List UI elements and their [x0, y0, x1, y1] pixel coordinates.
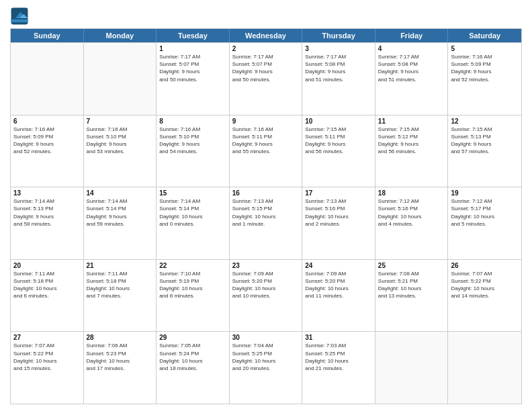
cell-info: Sunrise: 7:14 AM Sunset: 5:13 PM Dayligh…	[13, 197, 81, 228]
day-number: 12	[451, 118, 519, 125]
logo-icon	[10, 7, 29, 26]
day-number: 23	[232, 262, 300, 269]
day-number: 22	[159, 262, 226, 269]
day-number: 6	[13, 118, 81, 125]
cell-info: Sunrise: 7:07 AM Sunset: 5:22 PM Dayligh…	[451, 270, 519, 300]
cell-info: Sunrise: 7:09 AM Sunset: 5:20 PM Dayligh…	[232, 270, 300, 300]
svg-rect-3	[11, 19, 28, 23]
cell-info: Sunrise: 7:15 AM Sunset: 5:12 PM Dayligh…	[378, 126, 445, 156]
logo	[10, 7, 32, 26]
calendar-cell: 29Sunrise: 7:05 AM Sunset: 5:24 PM Dayli…	[157, 332, 230, 404]
day-number: 30	[232, 334, 300, 341]
calendar-cell: 1Sunrise: 7:17 AM Sunset: 5:07 PM Daylig…	[157, 43, 230, 115]
header-day-thursday: Thursday	[302, 29, 375, 42]
day-number: 20	[13, 262, 81, 269]
day-number: 7	[87, 118, 154, 125]
cell-info: Sunrise: 7:10 AM Sunset: 5:19 PM Dayligh…	[159, 270, 226, 300]
cell-info: Sunrise: 7:17 AM Sunset: 5:08 PM Dayligh…	[378, 53, 445, 83]
day-number: 25	[378, 262, 445, 269]
day-number: 2	[232, 45, 300, 52]
day-number: 10	[305, 118, 372, 125]
day-number: 16	[232, 189, 300, 197]
calendar-cell: 17Sunrise: 7:13 AM Sunset: 5:16 PM Dayli…	[302, 187, 375, 259]
calendar-cell: 20Sunrise: 7:11 AM Sunset: 5:18 PM Dayli…	[11, 260, 84, 332]
calendar-cell: 11Sunrise: 7:15 AM Sunset: 5:12 PM Dayli…	[375, 116, 449, 187]
cell-info: Sunrise: 7:15 AM Sunset: 5:11 PM Dayligh…	[305, 126, 372, 156]
day-number: 3	[305, 45, 372, 52]
day-number: 28	[87, 334, 154, 341]
calendar-cell: 31Sunrise: 7:03 AM Sunset: 5:25 PM Dayli…	[302, 332, 375, 404]
calendar-cell: 6Sunrise: 7:16 AM Sunset: 5:09 PM Daylig…	[11, 116, 84, 187]
day-number: 19	[451, 189, 519, 197]
calendar-row-1: 6Sunrise: 7:16 AM Sunset: 5:09 PM Daylig…	[11, 115, 521, 187]
header-day-saturday: Saturday	[448, 29, 521, 42]
day-number: 18	[378, 189, 445, 197]
cell-info: Sunrise: 7:08 AM Sunset: 5:21 PM Dayligh…	[378, 270, 445, 300]
day-number: 8	[159, 118, 226, 125]
calendar-cell	[375, 332, 449, 404]
cell-info: Sunrise: 7:17 AM Sunset: 5:07 PM Dayligh…	[232, 53, 300, 83]
calendar-cell: 30Sunrise: 7:04 AM Sunset: 5:25 PM Dayli…	[230, 332, 303, 404]
cell-info: Sunrise: 7:16 AM Sunset: 5:11 PM Dayligh…	[232, 126, 300, 156]
cell-info: Sunrise: 7:11 AM Sunset: 5:18 PM Dayligh…	[13, 270, 81, 300]
calendar-row-0: 1Sunrise: 7:17 AM Sunset: 5:07 PM Daylig…	[11, 42, 521, 115]
cell-info: Sunrise: 7:09 AM Sunset: 5:20 PM Dayligh…	[305, 270, 372, 300]
day-number: 11	[378, 118, 445, 125]
header-day-sunday: Sunday	[11, 29, 84, 42]
cell-info: Sunrise: 7:11 AM Sunset: 5:18 PM Dayligh…	[87, 270, 154, 300]
header-day-friday: Friday	[375, 29, 449, 42]
calendar-cell: 23Sunrise: 7:09 AM Sunset: 5:20 PM Dayli…	[230, 260, 303, 332]
calendar-cell	[448, 332, 521, 404]
calendar-cell: 18Sunrise: 7:12 AM Sunset: 5:16 PM Dayli…	[375, 187, 449, 259]
calendar-cell: 7Sunrise: 7:16 AM Sunset: 5:10 PM Daylig…	[84, 116, 157, 187]
calendar-cell: 13Sunrise: 7:14 AM Sunset: 5:13 PM Dayli…	[11, 187, 84, 259]
cell-info: Sunrise: 7:12 AM Sunset: 5:17 PM Dayligh…	[451, 197, 519, 228]
day-number: 29	[159, 334, 226, 341]
calendar-row-4: 27Sunrise: 7:07 AM Sunset: 5:22 PM Dayli…	[11, 331, 521, 404]
calendar-cell: 28Sunrise: 7:06 AM Sunset: 5:23 PM Dayli…	[84, 332, 157, 404]
header-day-tuesday: Tuesday	[157, 29, 230, 42]
calendar-cell: 14Sunrise: 7:14 AM Sunset: 5:14 PM Dayli…	[84, 187, 157, 259]
header	[10, 7, 522, 26]
day-number: 13	[13, 189, 81, 197]
calendar-cell: 22Sunrise: 7:10 AM Sunset: 5:19 PM Dayli…	[157, 260, 230, 332]
calendar-cell: 15Sunrise: 7:14 AM Sunset: 5:14 PM Dayli…	[157, 187, 230, 259]
cell-info: Sunrise: 7:16 AM Sunset: 5:10 PM Dayligh…	[87, 126, 154, 156]
calendar-cell: 3Sunrise: 7:17 AM Sunset: 5:08 PM Daylig…	[302, 43, 375, 115]
day-number: 1	[159, 45, 226, 52]
cell-info: Sunrise: 7:17 AM Sunset: 5:07 PM Dayligh…	[159, 53, 226, 83]
cell-info: Sunrise: 7:06 AM Sunset: 5:23 PM Dayligh…	[87, 342, 154, 372]
calendar-cell: 27Sunrise: 7:07 AM Sunset: 5:22 PM Dayli…	[11, 332, 84, 404]
calendar-cell: 5Sunrise: 7:16 AM Sunset: 5:09 PM Daylig…	[448, 43, 521, 115]
page: SundayMondayTuesdayWednesdayThursdayFrid…	[0, 0, 532, 411]
header-day-wednesday: Wednesday	[230, 29, 303, 42]
cell-info: Sunrise: 7:13 AM Sunset: 5:15 PM Dayligh…	[232, 197, 300, 228]
calendar-cell	[11, 43, 84, 115]
cell-info: Sunrise: 7:03 AM Sunset: 5:25 PM Dayligh…	[305, 342, 372, 372]
calendar-cell: 19Sunrise: 7:12 AM Sunset: 5:17 PM Dayli…	[448, 187, 521, 259]
day-number: 21	[87, 262, 154, 269]
calendar-body: 1Sunrise: 7:17 AM Sunset: 5:07 PM Daylig…	[11, 42, 521, 404]
cell-info: Sunrise: 7:13 AM Sunset: 5:16 PM Dayligh…	[305, 197, 372, 228]
cell-info: Sunrise: 7:12 AM Sunset: 5:16 PM Dayligh…	[378, 197, 445, 228]
day-number: 27	[13, 334, 81, 341]
calendar-cell: 25Sunrise: 7:08 AM Sunset: 5:21 PM Dayli…	[375, 260, 449, 332]
day-number: 9	[232, 118, 300, 125]
calendar-cell: 16Sunrise: 7:13 AM Sunset: 5:15 PM Dayli…	[230, 187, 303, 259]
calendar-cell: 26Sunrise: 7:07 AM Sunset: 5:22 PM Dayli…	[448, 260, 521, 332]
cell-info: Sunrise: 7:15 AM Sunset: 5:13 PM Dayligh…	[451, 126, 519, 156]
day-number: 15	[159, 189, 226, 197]
calendar-row-2: 13Sunrise: 7:14 AM Sunset: 5:13 PM Dayli…	[11, 187, 521, 259]
calendar: SundayMondayTuesdayWednesdayThursdayFrid…	[10, 28, 522, 404]
day-number: 31	[305, 334, 372, 341]
day-number: 17	[305, 189, 372, 197]
calendar-cell: 8Sunrise: 7:16 AM Sunset: 5:10 PM Daylig…	[157, 116, 230, 187]
calendar-cell: 4Sunrise: 7:17 AM Sunset: 5:08 PM Daylig…	[375, 43, 449, 115]
calendar-cell: 2Sunrise: 7:17 AM Sunset: 5:07 PM Daylig…	[230, 43, 303, 115]
calendar-cell: 9Sunrise: 7:16 AM Sunset: 5:11 PM Daylig…	[230, 116, 303, 187]
cell-info: Sunrise: 7:16 AM Sunset: 5:10 PM Dayligh…	[159, 126, 226, 156]
day-number: 14	[87, 189, 154, 197]
cell-info: Sunrise: 7:14 AM Sunset: 5:14 PM Dayligh…	[87, 197, 154, 228]
cell-info: Sunrise: 7:16 AM Sunset: 5:09 PM Dayligh…	[13, 126, 81, 156]
cell-info: Sunrise: 7:17 AM Sunset: 5:08 PM Dayligh…	[305, 53, 372, 83]
